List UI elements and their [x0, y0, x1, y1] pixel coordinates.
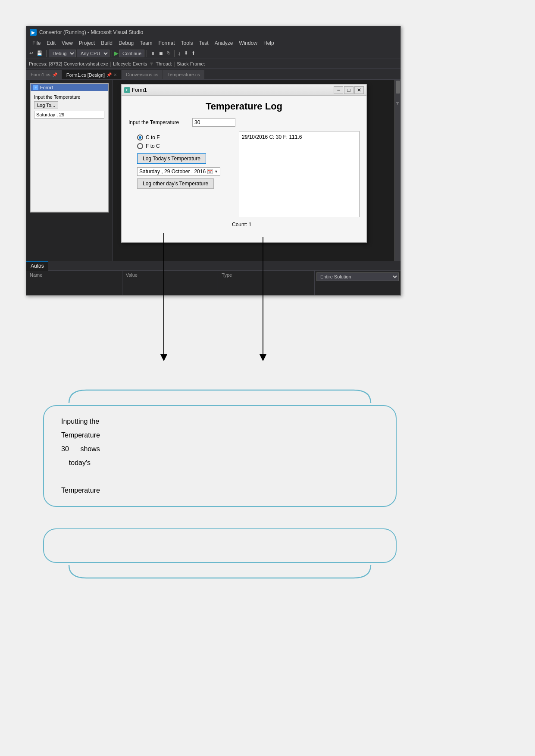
- win-form-body: Temperature Log Input the Temperature: [122, 96, 366, 242]
- lifecycle-label: Lifecycle Events: [113, 61, 147, 66]
- vs-edge-label-e: E: [394, 101, 400, 106]
- radio-group: C to F F to C: [137, 134, 232, 149]
- radio-c-to-f[interactable]: C to F: [137, 134, 232, 141]
- radio-c-to-f-label: C to F: [146, 134, 160, 141]
- tab-temperature-label: Temperature.cs: [167, 72, 200, 77]
- preview-date-box: Saturday , 29: [34, 111, 104, 119]
- bottom-bracket-svg: [43, 563, 397, 580]
- bottom-col-type: Type: [218, 271, 314, 295]
- toolbar-pause[interactable]: ⏸: [149, 50, 156, 56]
- vs-toolbar: ↩ 💾 Debug Any CPU ▶ Continue ⏸ ⏹ ↻ ⤵ ⬇ ⬆: [26, 48, 400, 59]
- toolbar-continue-arrow[interactable]: ▶: [114, 50, 119, 56]
- radio-f-to-c[interactable]: F to C: [137, 143, 232, 149]
- date-picker-arrow[interactable]: ▼: [214, 169, 218, 174]
- vs-search-panel: Entire Solution: [314, 271, 400, 295]
- radio-f-to-c-circle: [137, 143, 143, 149]
- calendar-icon[interactable]: 📅: [207, 169, 213, 174]
- menu-team[interactable]: Team: [137, 39, 155, 47]
- preview-date-text: Saturday , 29: [36, 112, 64, 117]
- temperature-input[interactable]: [192, 118, 235, 127]
- date-picker[interactable]: Saturday , 29 October , 2016 📅 ▼: [137, 167, 220, 176]
- radio-f-to-c-label: F to C: [146, 143, 160, 149]
- vs-scrollbar-thumb[interactable]: [396, 81, 400, 94]
- form-input-row: Input the Temperature: [128, 118, 360, 127]
- win-minimize-button[interactable]: −: [334, 86, 343, 94]
- vs-scrollbar[interactable]: E: [394, 80, 400, 261]
- win-restore-button[interactable]: □: [344, 86, 354, 94]
- vs-design-area: F Form1 − □ ✕ Temperature Log Input the …: [113, 80, 400, 261]
- toolbar-cpu-select[interactable]: Any CPU: [77, 50, 110, 57]
- callout-1-text: Inputting the Temperature 30 shows today…: [61, 415, 379, 497]
- tab-temperature[interactable]: Temperature.cs: [163, 70, 205, 79]
- tab-design-pin[interactable]: 📌: [106, 72, 112, 77]
- bottom-col-name-header: Name: [30, 272, 119, 278]
- preview-input-label: Input the Temperature: [34, 94, 104, 100]
- top-bracket-svg: [43, 388, 397, 405]
- bottom-col-value-header: Value: [126, 272, 215, 278]
- preview-log-button[interactable]: Log To...: [34, 101, 58, 109]
- menu-analyze[interactable]: Analyze: [212, 39, 236, 47]
- menu-debug[interactable]: Debug: [116, 39, 136, 47]
- bottom-col-value: Value: [122, 271, 219, 295]
- vs-ide-shell: ▶ Convertor (Running) - Microsoft Visual…: [26, 26, 401, 296]
- log-other-button[interactable]: Log other day's Temperature: [137, 178, 214, 189]
- menu-build[interactable]: Build: [98, 39, 115, 47]
- vs-bottom-panel: Autos Name Value Type Entire Solution: [26, 261, 400, 295]
- menu-file[interactable]: File: [30, 39, 43, 47]
- menu-format[interactable]: Format: [156, 39, 178, 47]
- tab-form1cs-pin[interactable]: 📌: [52, 72, 57, 77]
- win-form1: F Form1 − □ ✕ Temperature Log Input the …: [121, 84, 367, 243]
- menu-test[interactable]: Test: [197, 39, 211, 47]
- callout-box-1-border: Inputting the Temperature 30 shows today…: [43, 405, 397, 507]
- search-scope-select[interactable]: Entire Solution: [316, 272, 399, 281]
- bottom-col-name: Name: [26, 271, 122, 295]
- win-controls: − □ ✕: [334, 86, 364, 94]
- form-heading: Temperature Log: [128, 101, 360, 112]
- win-title-left: F Form1: [124, 87, 147, 93]
- toolbar-step-into[interactable]: ⬇: [183, 50, 189, 56]
- win-form1-titlebar: F Form1 − □ ✕: [122, 84, 366, 96]
- vs-tabbar: Form1.cs 📌 Form1.cs [Design] 📌 ✕ Convers…: [26, 69, 400, 80]
- toolbar-step-over[interactable]: ⤵: [177, 50, 182, 56]
- form-preview: F Form1 Input the Temperature Log To... …: [30, 83, 109, 212]
- tab-conversions-label: Conversions.cs: [126, 72, 158, 77]
- menu-window[interactable]: Window: [236, 39, 260, 47]
- vs-processbar: Process: [8792] Convertor.vshost.exe | L…: [26, 59, 400, 69]
- tab-form1cs-design[interactable]: Form1.cs [Design] 📌 ✕: [62, 70, 122, 79]
- menu-edit[interactable]: Edit: [44, 39, 58, 47]
- tab-form1cs[interactable]: Form1.cs 📌: [26, 70, 62, 79]
- win-close-button[interactable]: ✕: [354, 86, 364, 94]
- stack-frame-label: Stack Frame:: [177, 61, 205, 66]
- toolbar-restart[interactable]: ↻: [166, 50, 172, 56]
- menu-project[interactable]: Project: [76, 39, 97, 47]
- vs-menubar: File Edit View Project Build Debug Team …: [26, 38, 400, 48]
- toolbar-save[interactable]: 💾: [35, 50, 44, 56]
- toolbar-separator-3: [147, 50, 147, 57]
- toolbar-separator-1: [46, 50, 47, 57]
- toolbar-stop[interactable]: ⏹: [157, 50, 165, 56]
- callout-box-2: [43, 528, 397, 580]
- menu-help[interactable]: Help: [261, 39, 277, 47]
- log-today-button[interactable]: Log Today's Temperature: [137, 153, 206, 164]
- toolbar-debug-mode[interactable]: Debug: [49, 50, 76, 57]
- bottom-tab-autos[interactable]: Autos: [26, 261, 48, 271]
- toolbar-step-out[interactable]: ⬆: [190, 50, 197, 56]
- bottom-col-type-header: Type: [222, 272, 310, 278]
- win-form-icon: F: [124, 87, 130, 93]
- toolbar-undo[interactable]: ↩: [28, 50, 34, 56]
- menu-view[interactable]: View: [59, 39, 75, 47]
- form-controls-left: C to F F to C Log Today's Temperature: [128, 131, 232, 217]
- process-label: Process:: [29, 61, 47, 66]
- vs-sidebar: F Form1 Input the Temperature Log To... …: [26, 80, 113, 261]
- toolbar-separator-4: [174, 50, 175, 57]
- menu-tools[interactable]: Tools: [178, 39, 196, 47]
- date-picker-value: Saturday , 29 October , 2016: [139, 169, 206, 175]
- toolbar-continue-button[interactable]: Continue: [119, 50, 144, 57]
- vs-bottom-tabbar: Autos: [26, 261, 400, 271]
- vs-logo-icon: ▶: [30, 29, 37, 36]
- date-picker-row: Saturday , 29 October , 2016 📅 ▼: [137, 167, 232, 176]
- callout-box-1: Inputting the Temperature 30 shows today…: [43, 388, 397, 507]
- tab-conversions[interactable]: Conversions.cs: [122, 70, 163, 79]
- tab-design-close[interactable]: ✕: [113, 72, 117, 77]
- radio-c-to-f-circle: [137, 134, 143, 141]
